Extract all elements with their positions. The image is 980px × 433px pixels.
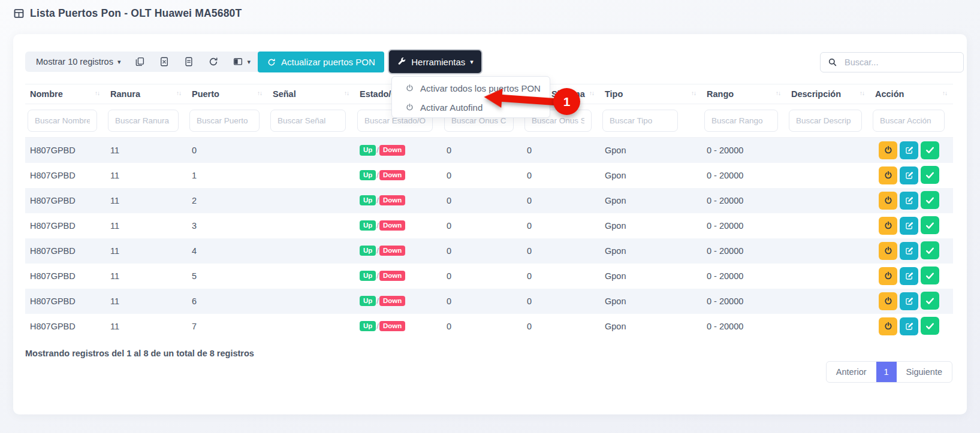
cell-estado: Up/Down — [355, 213, 442, 238]
pagination-previous[interactable]: Anterior — [827, 362, 876, 382]
confirm-button[interactable] — [921, 317, 939, 335]
cell-tipo: Gpon — [600, 314, 702, 339]
power-toggle-button[interactable] — [879, 192, 897, 210]
filter-input-nombre[interactable] — [28, 110, 97, 132]
sort-icon[interactable]: ↑↓ — [257, 90, 262, 96]
cell-senal — [268, 188, 355, 213]
check-icon — [925, 321, 935, 331]
cell-ranura: 11 — [105, 138, 187, 163]
cell-onus-s: 0 — [522, 238, 600, 264]
filter-input-tipo[interactable] — [602, 110, 678, 132]
power-toggle-button[interactable] — [879, 141, 897, 159]
power-toggle-button[interactable] — [879, 166, 897, 184]
sort-icon[interactable]: ↑↓ — [691, 90, 696, 96]
sort-icon[interactable]: ↑↓ — [860, 90, 864, 96]
table-body: H807GPBD110Up/Down00Gpon0 - 20000 H807GP… — [25, 138, 953, 339]
table-row: H807GPBD111Up/Down00Gpon0 - 20000 — [25, 163, 953, 188]
sort-icon[interactable]: ↑↓ — [176, 90, 181, 96]
records-per-page-selector[interactable]: Mostrar 10 registros ▾ — [36, 57, 120, 66]
pon-ports-table-wrap: Nombre↑↓Ranura↑↓Puerto↑↓Señal↑↓Estado/Op… — [25, 84, 953, 339]
refresh-icon[interactable] — [208, 56, 219, 67]
column-header-tipo[interactable]: Tipo↑↓ — [600, 84, 702, 104]
cell-accion — [870, 264, 953, 289]
confirm-button[interactable] — [921, 292, 939, 310]
cell-rango: 0 - 20000 — [702, 188, 786, 213]
status-up-badge: Up — [360, 271, 376, 281]
cell-ranura: 11 — [105, 289, 187, 314]
power-toggle-button[interactable] — [879, 242, 897, 260]
confirm-button[interactable] — [921, 267, 939, 284]
power-toggle-button[interactable] — [879, 267, 897, 285]
filter-input-accion[interactable] — [873, 110, 945, 132]
tools-dropdown-button[interactable]: Herramientas ▾ — [389, 50, 481, 73]
filter-input-senal[interactable] — [270, 110, 346, 132]
search-input[interactable] — [845, 57, 956, 67]
edit-button[interactable] — [900, 292, 918, 310]
edit-button[interactable] — [900, 267, 918, 285]
sort-icon[interactable]: ↑↓ — [776, 90, 780, 96]
column-header-nombre[interactable]: Nombre↑↓ — [25, 84, 105, 104]
sort-icon[interactable]: ↑↓ — [95, 90, 99, 96]
filter-input-puerto[interactable] — [189, 110, 260, 132]
status-down-badge: Down — [379, 296, 405, 307]
status-up-badge: Up — [360, 296, 376, 307]
cell-ranura: 11 — [105, 188, 187, 213]
column-header-senal[interactable]: Señal↑↓ — [268, 84, 355, 104]
pagination-next[interactable]: Siguiente — [897, 362, 952, 382]
edit-button[interactable] — [900, 192, 918, 210]
search-icon — [828, 57, 838, 68]
copy-icon[interactable] — [134, 56, 145, 67]
cell-senal — [268, 238, 355, 264]
sort-icon[interactable]: ↑↓ — [942, 90, 947, 96]
export-file-icon[interactable] — [183, 56, 194, 67]
edit-button[interactable] — [900, 317, 918, 335]
global-search — [820, 52, 964, 72]
cell-senal — [268, 264, 355, 289]
column-header-puerto[interactable]: Puerto↑↓ — [187, 84, 268, 104]
edit-button[interactable] — [900, 242, 918, 260]
table-row: H807GPBD114Up/Down00Gpon0 - 20000 — [25, 238, 953, 264]
chevron-down-icon: ▾ — [247, 59, 251, 65]
power-toggle-button[interactable] — [879, 217, 897, 235]
sort-icon[interactable]: ↑↓ — [344, 90, 349, 96]
table-row: H807GPBD113Up/Down00Gpon0 - 20000 — [25, 213, 953, 238]
cell-rango: 0 - 20000 — [702, 238, 786, 264]
power-icon — [883, 146, 893, 155]
toolbar-left-group: Mostrar 10 registros ▾ ▾ — [25, 52, 261, 72]
cell-ranura: 11 — [105, 163, 187, 188]
cell-estado: Up/Down — [355, 163, 442, 188]
filter-input-descripcion[interactable] — [789, 110, 862, 132]
edit-button[interactable] — [900, 166, 918, 184]
power-icon — [883, 246, 893, 256]
update-pon-ports-button[interactable]: Actualizar puertos PON — [258, 52, 384, 72]
edit-button[interactable] — [900, 217, 918, 235]
column-header-accion[interactable]: Acción↑↓ — [870, 84, 953, 104]
edit-icon — [904, 271, 914, 281]
cell-descripcion — [786, 163, 870, 188]
records-summary: Mostrando registros del 1 al 8 de un tot… — [25, 349, 254, 358]
confirm-button[interactable] — [921, 241, 939, 259]
pagination-page-1[interactable]: 1 — [876, 362, 897, 382]
confirm-button[interactable] — [921, 166, 939, 184]
column-header-descripcion[interactable]: Descripción↑↓ — [786, 84, 870, 104]
cell-rango: 0 - 20000 — [702, 163, 786, 188]
column-header-ranura[interactable]: Ranura↑↓ — [105, 84, 187, 104]
filter-input-ranura[interactable] — [108, 110, 179, 132]
confirm-button[interactable] — [921, 141, 939, 159]
check-icon — [925, 246, 935, 256]
edit-button[interactable] — [900, 141, 918, 159]
filter-input-rango[interactable] — [704, 110, 778, 132]
refresh-icon — [267, 57, 276, 67]
confirm-button[interactable] — [921, 191, 939, 209]
confirm-button[interactable] — [921, 216, 939, 234]
status-up-badge: Up — [360, 220, 376, 231]
sort-icon[interactable]: ↑↓ — [589, 90, 594, 96]
status-down-badge: Down — [379, 246, 405, 256]
columns-visibility-button[interactable]: ▾ — [233, 56, 251, 67]
badge-separator: / — [376, 221, 379, 230]
power-toggle-button[interactable] — [879, 317, 897, 335]
column-header-rango[interactable]: Rango↑↓ — [702, 84, 786, 104]
export-excel-icon[interactable] — [159, 56, 170, 67]
cell-estado: Up/Down — [355, 188, 442, 213]
power-toggle-button[interactable] — [879, 292, 897, 310]
